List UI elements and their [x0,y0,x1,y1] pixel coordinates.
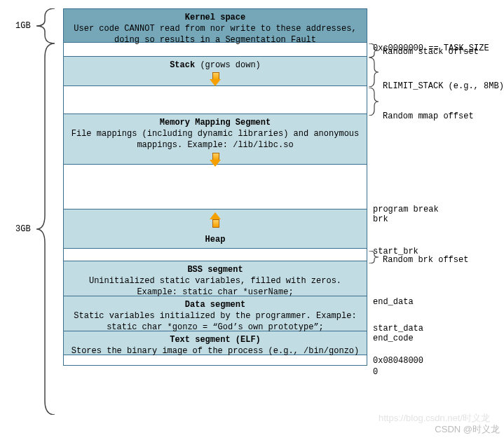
segment-data-desc: Static variables initialized by the prog… [74,311,356,332]
segment-stack: Stack (grows down) [64,57,367,86]
segment-bss-title: BSS segment [187,265,243,275]
label-1gb: 1GB [15,21,31,31]
segment-data: Data segment Static variables initialize… [64,296,367,331]
label-3gb: 3GB [15,224,31,234]
segment-text-desc: Stores the binary image of the process (… [71,346,359,356]
segment-stack-note: (grows down) [200,60,260,70]
label-random-stack: Random stack offset [383,47,479,57]
segment-mmap-desc: File mappings (including dynamic librari… [71,129,359,150]
segment-bss-desc: Uninitialized static variables, filled w… [89,276,341,297]
brace-random-mmap [369,88,381,116]
watermark-main: CSDN @时义龙 [435,423,500,436]
label-random-mmap: Random mmap offset [383,111,474,121]
label-rlimit: RLIMIT_STACK (e.g., 8MB) [383,81,504,91]
brace-1gb [35,8,56,43]
segment-kernel-desc: User code CANNOT read from nor write to … [74,24,356,45]
segment-text: Text segment (ELF) Stores the binary ima… [64,331,367,355]
label-zero: 0 [373,367,378,377]
label-random-brk: Random brk offset [383,255,468,265]
segment-data-title: Data segment [185,300,245,310]
label-end-data: end_data [373,297,414,307]
brace-3gb [35,43,56,415]
label-brk: brk [373,214,388,224]
right-annotations: 0xc0000000 == TASK_SIZE Random stack off… [370,8,503,440]
segment-kernel-title: Kernel space [185,13,245,22]
segment-bss: BSS segment Uninitialized static variabl… [64,261,367,296]
segment-text-title: Text segment (ELF) [170,335,261,345]
left-size-column: 1GB 3GB [0,0,56,440]
gap-random-mmap [64,86,367,114]
label-end-code: end_code [373,334,414,343]
segment-heap-title: Heap [205,234,226,245]
gap-random-brk [64,249,367,261]
memory-layout: Kernel space User code CANNOT read from … [63,8,367,366]
segment-mmap-title: Memory Mapping Segment [160,118,271,128]
arrow-down-icon [210,72,221,86]
brace-rlimit [369,57,381,87]
arrow-down-icon [210,153,221,167]
label-text-base: 0x08048000 [373,356,423,366]
segment-kernel: Kernel space User code CANNOT read from … [64,9,367,43]
gap-mmap-heap [64,165,367,209]
segment-mmap: Memory Mapping Segment File mappings (in… [64,114,367,165]
segment-heap: Heap [64,209,367,249]
arrow-up-icon [210,212,221,226]
brace-random-stack [369,43,381,57]
segment-stack-title: Stack [170,60,195,70]
label-start-data: start_data [373,324,423,334]
brace-random-brk [369,251,381,263]
label-program-break: program break [373,205,439,214]
